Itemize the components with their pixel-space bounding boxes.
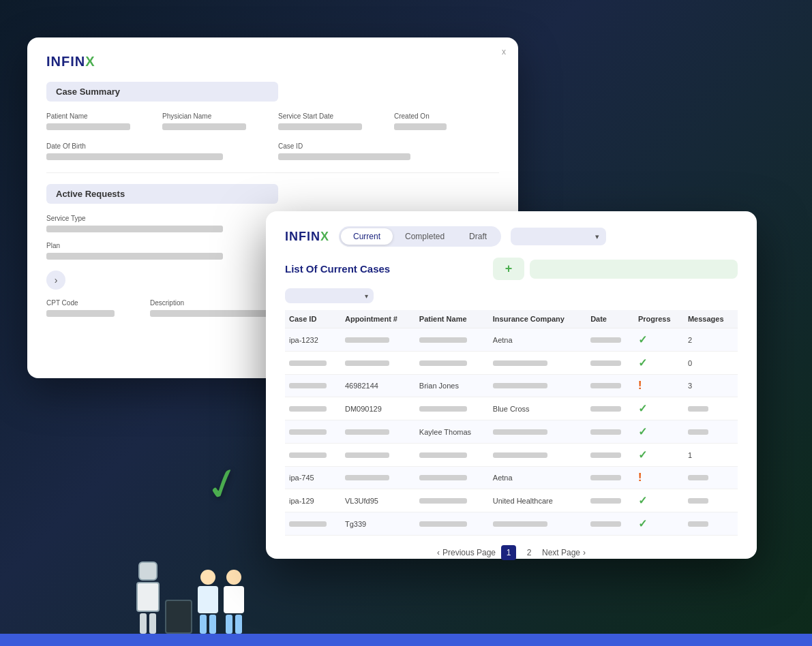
created-on-field: Created On	[394, 112, 499, 130]
service-start-date-field: Service Start Date	[278, 112, 383, 130]
doctor-body-1	[198, 586, 218, 613]
col-case-id: Case ID	[285, 310, 341, 328]
service-start-date-value	[278, 123, 362, 130]
progress-cell: ✓	[634, 397, 684, 420]
screen-prop	[165, 600, 192, 634]
logo-text-inf: INFI	[46, 54, 75, 69]
doctor-figure-1	[198, 570, 218, 634]
column-filter-wrapper	[285, 288, 374, 303]
tab-current[interactable]: Current	[341, 228, 393, 245]
dob-label: Date Of Birth	[46, 142, 267, 150]
cpt-code-label: CPT Code	[46, 299, 142, 307]
doctor-legs-1	[200, 615, 216, 634]
robot-body	[136, 582, 160, 612]
check-icon: ✓	[638, 495, 647, 506]
case-id-label: Case ID	[278, 142, 499, 150]
case-summary-header: Case Summary	[46, 82, 278, 102]
front-logo-text: INFI	[285, 230, 311, 243]
service-type-field: Service Type	[46, 215, 267, 232]
front-header: INFINX Current Completed Draft	[285, 226, 738, 247]
col-messages: Messages	[684, 310, 738, 328]
filter-dropdown[interactable]	[511, 228, 606, 245]
service-start-date-label: Service Start Date	[278, 112, 383, 120]
dob-caseid-fields: Date Of Birth Case ID	[46, 142, 499, 160]
physician-name-label: Physician Name	[162, 112, 267, 120]
progress-cell: ✓	[634, 352, 684, 375]
add-case-button[interactable]: +	[493, 258, 525, 280]
progress-cell: !	[634, 467, 684, 489]
alert-icon: !	[638, 472, 642, 483]
robot-legs	[140, 613, 156, 634]
table-row[interactable]: Kaylee Thomas✓	[285, 420, 738, 444]
page-1-button[interactable]: 1	[501, 545, 516, 560]
check-icon: ✓	[638, 334, 647, 345]
filter-dropdown-wrapper	[511, 228, 606, 245]
chevron-right-icon: ›	[583, 548, 586, 557]
col-appointment: Appointment #	[341, 310, 415, 328]
close-button[interactable]: x	[502, 47, 506, 57]
expand-button[interactable]: ›	[46, 271, 65, 290]
prev-page-label: Previous Page	[442, 548, 496, 557]
table-row[interactable]: ✓1	[285, 444, 738, 467]
physician-name-field: Physician Name	[162, 112, 267, 130]
progress-cell: ✓	[634, 489, 684, 512]
service-type-label: Service Type	[46, 215, 267, 222]
cpt-code-value	[46, 310, 115, 317]
plan-label: Plan	[46, 242, 267, 249]
page-2-button[interactable]: 2	[522, 545, 537, 560]
cases-list-window: INFINX Current Completed Draft List Of C…	[266, 211, 757, 559]
robot-head	[138, 562, 157, 581]
robot-leg-right	[149, 613, 156, 634]
tab-draft[interactable]: Draft	[457, 228, 499, 245]
progress-cell: ✓	[634, 444, 684, 467]
case-summary-fields: Patient Name Physician Name Service Star…	[46, 112, 499, 130]
tab-completed[interactable]: Completed	[393, 228, 457, 245]
doctor-leg-2-right	[235, 615, 242, 634]
patient-name-value	[46, 123, 130, 130]
check-icon: ✓	[638, 357, 647, 369]
check-icon: ✓	[638, 449, 647, 461]
dob-field: Date Of Birth	[46, 142, 267, 160]
progress-cell: ✓	[634, 420, 684, 444]
robot-figure	[136, 562, 160, 634]
doctor-head-1	[200, 570, 215, 585]
created-on-label: Created On	[394, 112, 499, 120]
doctor-body-2	[224, 586, 244, 613]
table-row[interactable]: Tg339✓	[285, 512, 738, 536]
table-row[interactable]: ✓0	[285, 352, 738, 375]
patient-name-label: Patient Name	[46, 112, 151, 120]
table-row[interactable]: 46982144Brian Jones!3	[285, 375, 738, 397]
pagination: ‹ Previous Page 1 2 Next Page ›	[285, 545, 738, 560]
plan-field: Plan	[46, 242, 267, 260]
cases-table: Case ID Appointment # Patient Name Insur…	[285, 310, 738, 536]
doctor-head-2	[226, 570, 241, 585]
table-body: ipa-1232Aetna✓2✓046982144Brian Jones!3DM…	[285, 328, 738, 536]
big-checkmark-icon: ✓	[198, 455, 247, 513]
col-insurance: Insurance Company	[489, 310, 586, 328]
table-row[interactable]: ipa-745Aetna!	[285, 467, 738, 489]
doctor-figure-2	[224, 570, 244, 634]
column-filter-dropdown[interactable]	[285, 288, 374, 303]
check-icon: ✓	[638, 426, 647, 437]
prev-page-button[interactable]: ‹ Previous Page	[437, 548, 496, 557]
check-icon: ✓	[638, 403, 647, 414]
tab-group: Current Completed Draft	[339, 226, 501, 247]
logo: INFINX	[46, 54, 499, 70]
created-on-value	[394, 123, 447, 130]
doctor-leg-2-left	[226, 615, 232, 634]
list-title-row: List Of Current Cases +	[285, 258, 738, 280]
doctor-legs-2	[226, 615, 242, 634]
table-row[interactable]: ipa-129VL3Ufd95United Healthcare✓	[285, 489, 738, 512]
table-row[interactable]: ipa-1232Aetna✓2	[285, 328, 738, 352]
logo-text-x: X	[85, 54, 95, 69]
robot-leg-left	[140, 613, 147, 634]
case-id-field: Case ID	[278, 142, 499, 160]
alert-icon: !	[638, 380, 642, 391]
plan-value	[46, 253, 223, 260]
patient-name-field: Patient Name	[46, 112, 151, 130]
col-progress: Progress	[634, 310, 684, 328]
next-page-button[interactable]: Next Page ›	[542, 548, 586, 557]
progress-cell: !	[634, 375, 684, 397]
col-date: Date	[586, 310, 634, 328]
table-row[interactable]: DM090129Blue Cross✓	[285, 397, 738, 420]
